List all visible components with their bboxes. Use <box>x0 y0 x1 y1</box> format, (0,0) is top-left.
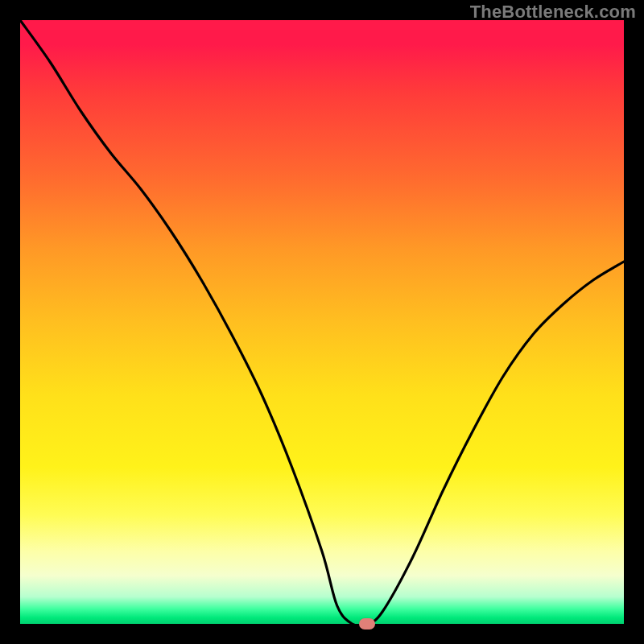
optimal-point-marker <box>359 618 375 630</box>
bottleneck-curve <box>20 20 624 624</box>
curve-path <box>20 20 624 625</box>
chart-area <box>20 20 624 624</box>
